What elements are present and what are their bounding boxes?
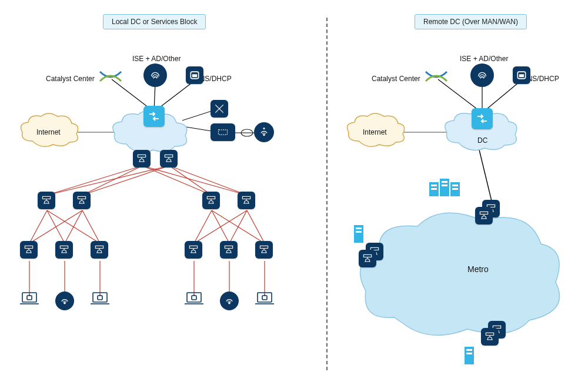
svg-rect-42 bbox=[138, 155, 145, 157]
ap-l2 bbox=[55, 291, 74, 310]
dna-icon-right bbox=[425, 71, 448, 82]
svg-line-27 bbox=[194, 210, 247, 243]
svg-line-14 bbox=[47, 166, 169, 195]
svg-line-22 bbox=[65, 210, 82, 243]
access-switch-l3 bbox=[91, 241, 108, 259]
svg-rect-47 bbox=[242, 196, 250, 199]
ap-r2 bbox=[220, 291, 239, 310]
svg-line-16 bbox=[169, 166, 212, 195]
buildings-top bbox=[429, 182, 460, 196]
svg-rect-60 bbox=[192, 296, 196, 300]
agg-switch-r1 bbox=[202, 192, 220, 209]
svg-rect-50 bbox=[95, 246, 103, 248]
svg-rect-59 bbox=[187, 293, 201, 302]
laptop-l3 bbox=[88, 291, 112, 309]
svg-rect-74 bbox=[363, 254, 371, 257]
svg-rect-55 bbox=[27, 296, 32, 300]
svg-rect-57 bbox=[93, 293, 107, 302]
svg-line-13 bbox=[142, 166, 247, 195]
svg-rect-43 bbox=[165, 155, 172, 157]
svg-rect-58 bbox=[98, 296, 102, 300]
svg-rect-48 bbox=[25, 246, 32, 248]
svg-rect-49 bbox=[60, 246, 68, 248]
access-switch-r2 bbox=[220, 241, 238, 259]
label-internet-right: Internet bbox=[363, 128, 387, 136]
svg-rect-51 bbox=[189, 246, 197, 248]
svg-line-17 bbox=[169, 166, 247, 195]
svg-rect-53 bbox=[260, 246, 268, 248]
svg-rect-46 bbox=[207, 196, 215, 199]
metro-switch-top-b bbox=[475, 207, 493, 224]
svg-rect-52 bbox=[225, 246, 232, 248]
svg-line-23 bbox=[82, 210, 100, 243]
svg-point-56 bbox=[64, 303, 65, 304]
building-left bbox=[354, 225, 363, 243]
svg-rect-45 bbox=[78, 196, 85, 199]
svg-rect-76 bbox=[486, 333, 493, 335]
svg-line-21 bbox=[29, 210, 82, 243]
access-switch-r3 bbox=[255, 241, 273, 259]
ise-icon-right bbox=[470, 63, 494, 87]
access-switch-r1 bbox=[185, 241, 202, 259]
dns-icon-left bbox=[186, 66, 203, 84]
access-switch-l1 bbox=[20, 241, 38, 259]
metro-switch-left-b bbox=[359, 250, 376, 267]
svg-rect-63 bbox=[262, 296, 267, 300]
links-left bbox=[0, 0, 326, 382]
router-left bbox=[211, 123, 235, 141]
access-switch-l2 bbox=[55, 241, 73, 259]
svg-rect-40 bbox=[219, 130, 228, 135]
dns-icon-right bbox=[513, 66, 530, 84]
metro-switch-bot-b bbox=[481, 328, 499, 346]
agg-switch-r2 bbox=[238, 192, 255, 209]
agg-switch-l2 bbox=[73, 192, 91, 209]
building-bottom bbox=[465, 347, 474, 364]
svg-rect-62 bbox=[258, 293, 272, 302]
svg-rect-72 bbox=[480, 212, 487, 214]
svg-rect-37 bbox=[192, 74, 197, 77]
svg-line-29 bbox=[247, 210, 265, 243]
label-metro: Metro bbox=[467, 264, 489, 274]
wlc-left bbox=[254, 122, 274, 142]
laptop-l1 bbox=[18, 291, 41, 309]
laptop-r3 bbox=[253, 291, 276, 309]
ise-icon-left bbox=[143, 63, 167, 87]
svg-line-28 bbox=[229, 210, 247, 243]
svg-rect-54 bbox=[22, 293, 36, 302]
core-switch-right bbox=[472, 108, 493, 129]
svg-line-68 bbox=[479, 150, 493, 206]
svg-rect-44 bbox=[42, 196, 50, 199]
dist-switch-a-left bbox=[133, 150, 151, 167]
firewall-left bbox=[211, 100, 228, 118]
svg-line-12 bbox=[142, 166, 212, 195]
svg-line-11 bbox=[82, 166, 142, 195]
label-dc-right: DC bbox=[477, 136, 487, 145]
svg-rect-70 bbox=[519, 74, 524, 77]
dna-icon-left bbox=[99, 71, 122, 82]
agg-switch-l1 bbox=[38, 192, 55, 209]
metro-cloud bbox=[353, 206, 564, 347]
svg-line-18 bbox=[29, 210, 47, 243]
label-internet-left: Internet bbox=[36, 128, 61, 136]
core-switch-left bbox=[143, 106, 165, 127]
laptop-r1 bbox=[182, 291, 206, 309]
svg-point-41 bbox=[263, 134, 265, 135]
svg-point-61 bbox=[229, 303, 230, 304]
dist-switch-b-left bbox=[160, 150, 178, 167]
svg-line-24 bbox=[194, 210, 212, 243]
